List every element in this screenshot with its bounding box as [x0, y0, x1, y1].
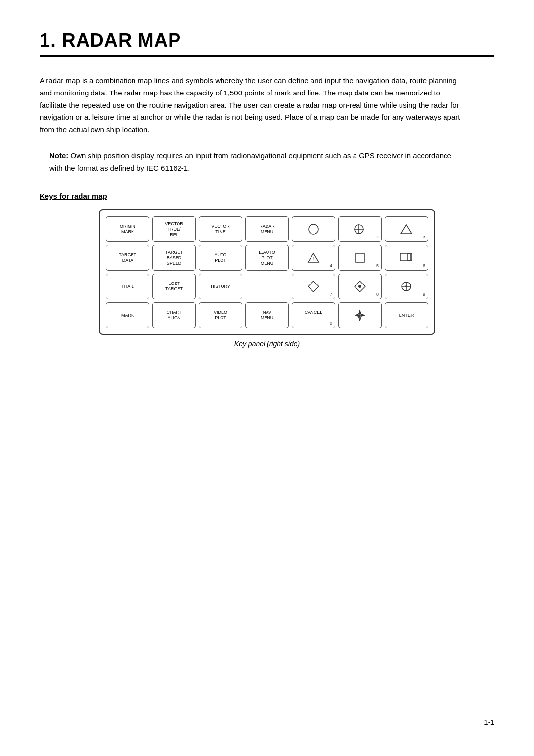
key-lost-target[interactable]: LOST TARGET [152, 274, 196, 299]
key-label-mark: MARK [121, 313, 134, 318]
key-key-screen[interactable]: 6 [385, 245, 428, 271]
screen-icon [400, 252, 413, 263]
key-target-data[interactable]: TARGET DATA [106, 245, 149, 271]
key-chart-align[interactable]: CHART ALIGN [152, 302, 196, 328]
svg-marker-24 [361, 314, 365, 317]
key-label-nav-menu: NAV MENU [261, 310, 274, 321]
svg-marker-4 [401, 225, 412, 234]
note-label: Note: [49, 151, 68, 160]
key-label-lost-target: LOST TARGET [165, 281, 183, 292]
key-nav-menu[interactable]: NAV MENU [245, 302, 289, 328]
svg-point-16 [405, 285, 407, 287]
key-vector-true-rel[interactable]: VECTOR TRUE/ REL [152, 216, 196, 242]
key-panel-wrapper: ORIGIN MARKVECTOR TRUE/ RELVECTOR TIMERA… [40, 209, 494, 348]
key-key-circle[interactable] [292, 216, 335, 242]
target-circle-icon [353, 223, 367, 235]
key-label-radar-menu: RADAR MENU [259, 224, 275, 235]
key-label-auto-plot: AUTO PLOT [215, 252, 227, 263]
svg-point-12 [358, 285, 361, 288]
svg-marker-23 [355, 314, 358, 317]
key-cancel[interactable]: CANCEL -0 [292, 302, 335, 328]
key-label-target-based-speed: TARGET BASED SPEED [165, 250, 183, 266]
key-label-trail: TRAIL [121, 284, 134, 289]
key-mark[interactable]: MARK [106, 302, 149, 328]
svg-rect-9 [408, 253, 412, 261]
warn-triangle-icon: ! [307, 252, 320, 263]
svg-marker-10 [308, 281, 319, 292]
key-video-plot[interactable]: VIDEO PLOT [199, 302, 242, 328]
key-history[interactable]: HISTORY [199, 274, 242, 299]
key-e-auto-plot-menu[interactable]: E,AUTO PLOT MENU [245, 245, 289, 271]
key-num-key-square: 5 [376, 263, 379, 269]
svg-rect-7 [356, 253, 364, 262]
keys-heading: Keys for radar map [40, 192, 494, 200]
square-icon [355, 252, 365, 263]
key-num-cancel: 0 [330, 321, 332, 326]
key-vector-time[interactable]: VECTOR TIME [199, 216, 242, 242]
svg-marker-21 [358, 310, 361, 314]
key-trail[interactable]: TRAIL [106, 274, 149, 299]
page-number: 1-1 [484, 718, 494, 726]
key-num-key-target-circle: 2 [376, 235, 379, 240]
arrow-compass-icon [354, 309, 366, 322]
crosshair-icon [400, 281, 412, 292]
key-enter[interactable]: ENTER [385, 302, 428, 328]
note-section: Note: Own ship position display requires… [40, 150, 465, 175]
title-divider [40, 55, 494, 57]
diamond-dot-icon [354, 281, 366, 292]
svg-rect-8 [400, 253, 410, 261]
note-text: Own ship position display requires an in… [49, 151, 451, 172]
key-label-history: HISTORY [211, 284, 230, 289]
svg-text:!: ! [313, 257, 314, 262]
key-panel: ORIGIN MARKVECTOR TRUE/ RELVECTOR TIMERA… [99, 209, 435, 335]
key-label-enter: ENTER [399, 313, 414, 318]
key-key-target-circle[interactable]: 2 [338, 216, 382, 242]
svg-point-0 [309, 224, 318, 234]
key-origin-mark[interactable]: ORIGIN MARK [106, 216, 149, 242]
key-label-e-auto-plot-menu: E,AUTO PLOT MENU [259, 250, 275, 266]
key-label-target-data: TARGET DATA [119, 252, 136, 263]
key-radar-menu[interactable]: RADAR MENU [245, 216, 289, 242]
key-label-origin-mark: ORIGIN MARK [120, 224, 135, 235]
key-num-key-triangle: 3 [423, 235, 425, 240]
key-panel-caption: Key panel (right side) [234, 340, 300, 348]
key-label-vector-true-rel: VECTOR TRUE/ REL [165, 221, 183, 237]
key-num-key-warn-triangle: 4 [330, 263, 332, 269]
key-key-arrow[interactable] [338, 302, 382, 328]
key-label-cancel: CANCEL - [305, 310, 323, 321]
key-auto-plot[interactable]: AUTO PLOT [199, 245, 242, 271]
key-num-key-diamond: 7 [330, 292, 332, 297]
key-key-crosshair[interactable]: 9 [385, 274, 428, 299]
intro-paragraph: A radar map is a combination map lines a… [40, 75, 465, 136]
page-title: 1. RADAR MAP [40, 30, 494, 51]
key-key-warn-triangle[interactable]: !4 [292, 245, 335, 271]
key-num-key-crosshair: 9 [423, 292, 425, 297]
key-target-based-speed[interactable]: TARGET BASED SPEED [152, 245, 196, 271]
key-key-spacer[interactable] [245, 274, 289, 299]
triangle-icon [400, 224, 413, 235]
circle-icon [308, 223, 319, 235]
key-num-key-diamond-dot: 8 [376, 292, 379, 297]
key-key-triangle[interactable]: 3 [385, 216, 428, 242]
diamond-icon [308, 281, 319, 292]
key-label-video-plot: VIDEO PLOT [214, 310, 227, 321]
key-key-diamond[interactable]: 7 [292, 274, 335, 299]
key-key-square[interactable]: 5 [338, 245, 382, 271]
key-key-diamond-dot[interactable]: 8 [338, 274, 382, 299]
key-label-vector-time: VECTOR TIME [211, 224, 229, 235]
key-label-chart-align: CHART ALIGN [167, 310, 182, 321]
key-num-key-screen: 6 [423, 263, 425, 269]
